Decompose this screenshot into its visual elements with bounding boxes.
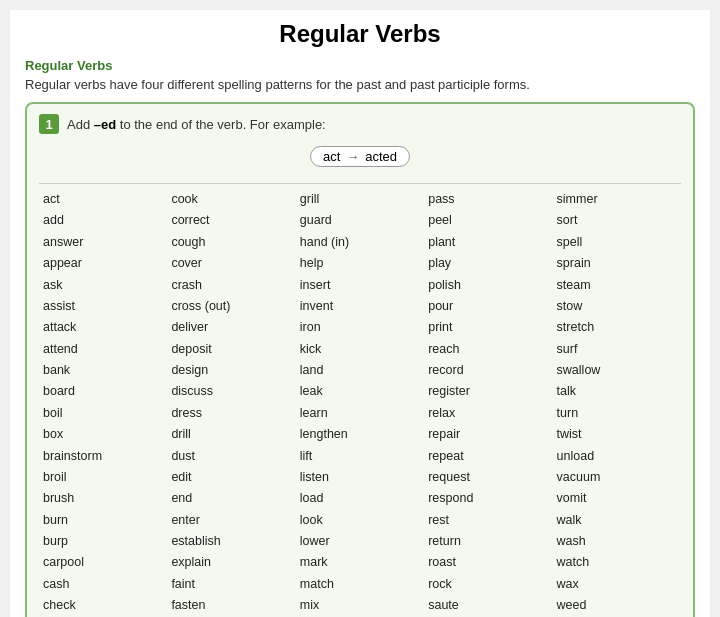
word-item: brainstorm <box>39 447 167 466</box>
word-item: add <box>39 211 167 230</box>
word-item: act <box>39 190 167 209</box>
word-item: pour <box>424 297 552 316</box>
word-item: burp <box>39 532 167 551</box>
word-item: help <box>296 254 424 273</box>
word-column: passpeelplantplaypolishpourprintreachrec… <box>424 190 552 617</box>
word-item: leak <box>296 382 424 401</box>
word-item: walk <box>553 511 681 530</box>
word-column: grillguardhand (in)helpinsertinventironk… <box>296 190 424 617</box>
word-item: print <box>424 318 552 337</box>
word-item: land <box>296 361 424 380</box>
word-item: design <box>167 361 295 380</box>
word-item: lengthen <box>296 425 424 444</box>
word-item: insert <box>296 276 424 295</box>
word-item: hand (in) <box>296 233 424 252</box>
word-item: appear <box>39 254 167 273</box>
word-item: register <box>424 382 552 401</box>
word-item: return <box>424 532 552 551</box>
word-item: box <box>39 425 167 444</box>
word-item: mark <box>296 553 424 572</box>
word-item: mix <box>296 596 424 615</box>
words-grid: actaddanswerappearaskassistattackattendb… <box>39 183 681 617</box>
word-item: kick <box>296 340 424 359</box>
word-item: brush <box>39 489 167 508</box>
word-item: stow <box>553 297 681 316</box>
word-item: grill <box>296 190 424 209</box>
rule-box: 1 Add –ed to the end of the verb. For ex… <box>25 102 695 617</box>
word-item: spell <box>553 233 681 252</box>
rule-text-after: to the end of the verb. For example: <box>116 117 326 132</box>
example-pill: act → acted <box>310 146 410 167</box>
page-title: Regular Verbs <box>25 20 695 48</box>
word-item: faint <box>167 575 295 594</box>
word-item: correct <box>167 211 295 230</box>
rule-number: 1 <box>39 114 59 134</box>
word-item: boil <box>39 404 167 423</box>
word-item: wax <box>553 575 681 594</box>
word-item: play <box>424 254 552 273</box>
word-item: steam <box>553 276 681 295</box>
word-item: match <box>296 575 424 594</box>
word-item: simmer <box>553 190 681 209</box>
word-item: relax <box>424 404 552 423</box>
word-item: carpool <box>39 553 167 572</box>
word-item: board <box>39 382 167 401</box>
rule-text: Add –ed to the end of the verb. For exam… <box>67 117 326 132</box>
word-item: cash <box>39 575 167 594</box>
word-item: polish <box>424 276 552 295</box>
example-before: act <box>323 149 340 164</box>
word-item: check <box>39 596 167 615</box>
word-item: rest <box>424 511 552 530</box>
word-column: cookcorrectcoughcovercrashcross (out)del… <box>167 190 295 617</box>
word-item: respond <box>424 489 552 508</box>
word-item: roast <box>424 553 552 572</box>
example-after: acted <box>365 149 397 164</box>
word-item: stretch <box>553 318 681 337</box>
page-container: Regular Verbs Regular Verbs Regular verb… <box>10 10 710 617</box>
word-item: ask <box>39 276 167 295</box>
word-item: deposit <box>167 340 295 359</box>
word-item: lift <box>296 447 424 466</box>
word-item: fasten <box>167 596 295 615</box>
word-item: look <box>296 511 424 530</box>
word-item: invent <box>296 297 424 316</box>
word-item: cough <box>167 233 295 252</box>
word-item: saute <box>424 596 552 615</box>
word-item: crash <box>167 276 295 295</box>
word-item: swallow <box>553 361 681 380</box>
section-header: Regular Verbs <box>25 58 695 73</box>
word-item: attack <box>39 318 167 337</box>
word-item: establish <box>167 532 295 551</box>
word-item: cook <box>167 190 295 209</box>
word-item: listen <box>296 468 424 487</box>
word-item: end <box>167 489 295 508</box>
word-item: request <box>424 468 552 487</box>
word-item: record <box>424 361 552 380</box>
word-item: answer <box>39 233 167 252</box>
word-item: iron <box>296 318 424 337</box>
arrow-icon: → <box>346 149 359 164</box>
rule-emphasis: –ed <box>94 117 116 132</box>
word-item: repeat <box>424 447 552 466</box>
word-item: edit <box>167 468 295 487</box>
word-item: pass <box>424 190 552 209</box>
word-item: bank <box>39 361 167 380</box>
word-item: sort <box>553 211 681 230</box>
word-column: simmersortspellsprainsteamstowstretchsur… <box>553 190 681 617</box>
word-item: lower <box>296 532 424 551</box>
word-item: assist <box>39 297 167 316</box>
word-item: reach <box>424 340 552 359</box>
word-item: wash <box>553 532 681 551</box>
word-column: actaddanswerappearaskassistattackattendb… <box>39 190 167 617</box>
word-item: guard <box>296 211 424 230</box>
word-item: attend <box>39 340 167 359</box>
word-item: twist <box>553 425 681 444</box>
word-item: vacuum <box>553 468 681 487</box>
word-item: explain <box>167 553 295 572</box>
word-item: dust <box>167 447 295 466</box>
word-item: sprain <box>553 254 681 273</box>
word-item: discuss <box>167 382 295 401</box>
word-item: load <box>296 489 424 508</box>
word-item: broil <box>39 468 167 487</box>
word-item: rock <box>424 575 552 594</box>
